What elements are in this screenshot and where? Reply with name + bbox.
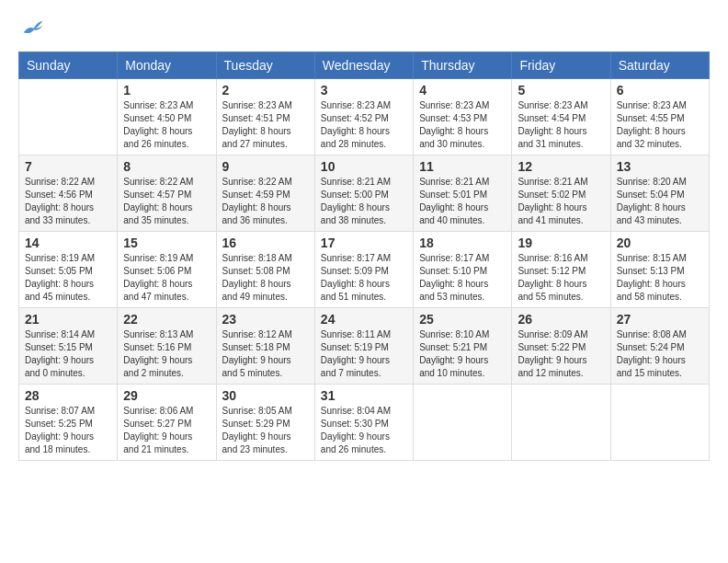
day-info: Sunrise: 8:11 AMSunset: 5:19 PMDaylight:… <box>321 328 407 380</box>
page-header <box>18 18 710 37</box>
day-info: Sunrise: 8:17 AMSunset: 5:09 PMDaylight:… <box>321 252 407 304</box>
calendar-cell <box>414 385 512 461</box>
day-number: 2 <box>222 83 309 98</box>
weekday-header-wednesday: Wednesday <box>314 52 413 79</box>
day-info: Sunrise: 8:23 AMSunset: 4:54 PMDaylight:… <box>518 99 604 151</box>
day-number: 20 <box>617 236 703 250</box>
weekday-header-thursday: Thursday <box>414 52 512 79</box>
day-info: Sunrise: 8:21 AMSunset: 5:02 PMDaylight:… <box>518 176 604 227</box>
calendar-cell: 25Sunrise: 8:10 AMSunset: 5:21 PMDayligh… <box>414 308 512 385</box>
calendar-week-row: 28Sunrise: 8:07 AMSunset: 5:25 PMDayligh… <box>19 385 710 461</box>
day-info: Sunrise: 8:22 AMSunset: 4:57 PMDaylight:… <box>123 176 210 227</box>
calendar-cell: 3Sunrise: 8:23 AMSunset: 4:52 PMDaylight… <box>314 79 413 155</box>
day-info: Sunrise: 8:19 AMSunset: 5:05 PMDaylight:… <box>25 252 111 304</box>
day-info: Sunrise: 8:22 AMSunset: 4:56 PMDaylight:… <box>25 176 111 227</box>
calendar-cell: 8Sunrise: 8:22 AMSunset: 4:57 PMDaylight… <box>118 155 216 232</box>
calendar-cell: 19Sunrise: 8:16 AMSunset: 5:12 PMDayligh… <box>512 232 610 308</box>
day-info: Sunrise: 8:19 AMSunset: 5:06 PMDaylight:… <box>123 252 210 304</box>
calendar-cell: 9Sunrise: 8:22 AMSunset: 4:59 PMDaylight… <box>216 155 314 232</box>
day-number: 24 <box>321 312 407 327</box>
day-info: Sunrise: 8:17 AMSunset: 5:10 PMDaylight:… <box>419 252 506 304</box>
day-info: Sunrise: 8:13 AMSunset: 5:16 PMDaylight:… <box>123 328 210 380</box>
day-number: 12 <box>518 159 604 174</box>
day-info: Sunrise: 8:22 AMSunset: 4:59 PMDaylight:… <box>222 176 309 227</box>
day-info: Sunrise: 8:15 AMSunset: 5:13 PMDaylight:… <box>617 252 703 304</box>
day-info: Sunrise: 8:04 AMSunset: 5:30 PMDaylight:… <box>321 405 407 456</box>
day-number: 18 <box>419 236 506 250</box>
day-info: Sunrise: 8:23 AMSunset: 4:52 PMDaylight:… <box>321 99 407 151</box>
calendar-week-row: 7Sunrise: 8:22 AMSunset: 4:56 PMDaylight… <box>19 155 710 232</box>
day-info: Sunrise: 8:23 AMSunset: 4:53 PMDaylight:… <box>419 99 506 151</box>
calendar-week-row: 21Sunrise: 8:14 AMSunset: 5:15 PMDayligh… <box>19 308 710 385</box>
day-info: Sunrise: 8:21 AMSunset: 5:01 PMDaylight:… <box>419 176 506 227</box>
day-number: 1 <box>123 83 210 98</box>
day-number: 29 <box>123 388 210 403</box>
logo <box>18 18 46 37</box>
day-info: Sunrise: 8:23 AMSunset: 4:55 PMDaylight:… <box>617 99 703 151</box>
day-info: Sunrise: 8:23 AMSunset: 4:51 PMDaylight:… <box>222 99 309 151</box>
day-number: 23 <box>222 312 309 327</box>
calendar-cell <box>512 385 610 461</box>
day-number: 17 <box>321 236 407 250</box>
calendar-cell: 22Sunrise: 8:13 AMSunset: 5:16 PMDayligh… <box>118 308 216 385</box>
day-info: Sunrise: 8:10 AMSunset: 5:21 PMDaylight:… <box>419 328 506 380</box>
calendar-cell <box>19 79 118 155</box>
day-number: 5 <box>518 83 604 98</box>
weekday-header-saturday: Saturday <box>610 52 709 79</box>
calendar-cell: 16Sunrise: 8:18 AMSunset: 5:08 PMDayligh… <box>216 232 314 308</box>
calendar-cell: 18Sunrise: 8:17 AMSunset: 5:10 PMDayligh… <box>414 232 512 308</box>
calendar-cell: 26Sunrise: 8:09 AMSunset: 5:22 PMDayligh… <box>512 308 610 385</box>
day-number: 10 <box>321 159 407 174</box>
day-number: 25 <box>419 312 506 327</box>
day-info: Sunrise: 8:20 AMSunset: 5:04 PMDaylight:… <box>617 176 703 227</box>
day-info: Sunrise: 8:05 AMSunset: 5:29 PMDaylight:… <box>222 405 309 456</box>
calendar-cell: 13Sunrise: 8:20 AMSunset: 5:04 PMDayligh… <box>610 155 709 232</box>
day-number: 9 <box>222 159 309 174</box>
logo-bird-icon <box>22 18 44 37</box>
calendar-cell: 28Sunrise: 8:07 AMSunset: 5:25 PMDayligh… <box>19 385 118 461</box>
day-info: Sunrise: 8:06 AMSunset: 5:27 PMDaylight:… <box>123 405 210 456</box>
calendar-week-row: 1Sunrise: 8:23 AMSunset: 4:50 PMDaylight… <box>19 79 710 155</box>
day-number: 28 <box>25 388 111 403</box>
day-info: Sunrise: 8:08 AMSunset: 5:24 PMDaylight:… <box>617 328 703 380</box>
day-number: 30 <box>222 388 309 403</box>
calendar-cell: 4Sunrise: 8:23 AMSunset: 4:53 PMDaylight… <box>414 79 512 155</box>
day-number: 26 <box>518 312 604 327</box>
calendar-table: SundayMondayTuesdayWednesdayThursdayFrid… <box>18 52 710 461</box>
day-info: Sunrise: 8:23 AMSunset: 4:50 PMDaylight:… <box>123 99 210 151</box>
day-info: Sunrise: 8:12 AMSunset: 5:18 PMDaylight:… <box>222 328 309 380</box>
calendar-cell: 6Sunrise: 8:23 AMSunset: 4:55 PMDaylight… <box>610 79 709 155</box>
day-number: 11 <box>419 159 506 174</box>
calendar-cell: 7Sunrise: 8:22 AMSunset: 4:56 PMDaylight… <box>19 155 118 232</box>
calendar-cell: 10Sunrise: 8:21 AMSunset: 5:00 PMDayligh… <box>314 155 413 232</box>
day-info: Sunrise: 8:14 AMSunset: 5:15 PMDaylight:… <box>25 328 111 380</box>
weekday-header-sunday: Sunday <box>19 52 118 79</box>
day-number: 13 <box>617 159 703 174</box>
calendar-cell: 24Sunrise: 8:11 AMSunset: 5:19 PMDayligh… <box>314 308 413 385</box>
day-number: 21 <box>25 312 111 327</box>
calendar-cell: 1Sunrise: 8:23 AMSunset: 4:50 PMDaylight… <box>118 79 216 155</box>
calendar-cell: 30Sunrise: 8:05 AMSunset: 5:29 PMDayligh… <box>216 385 314 461</box>
day-number: 27 <box>617 312 703 327</box>
day-number: 3 <box>321 83 407 98</box>
day-number: 6 <box>617 83 703 98</box>
calendar-cell: 29Sunrise: 8:06 AMSunset: 5:27 PMDayligh… <box>118 385 216 461</box>
day-info: Sunrise: 8:18 AMSunset: 5:08 PMDaylight:… <box>222 252 309 304</box>
calendar-cell: 5Sunrise: 8:23 AMSunset: 4:54 PMDaylight… <box>512 79 610 155</box>
calendar-week-row: 14Sunrise: 8:19 AMSunset: 5:05 PMDayligh… <box>19 232 710 308</box>
calendar-cell: 23Sunrise: 8:12 AMSunset: 5:18 PMDayligh… <box>216 308 314 385</box>
day-number: 14 <box>25 236 111 250</box>
calendar-cell: 12Sunrise: 8:21 AMSunset: 5:02 PMDayligh… <box>512 155 610 232</box>
calendar-cell: 2Sunrise: 8:23 AMSunset: 4:51 PMDaylight… <box>216 79 314 155</box>
day-info: Sunrise: 8:09 AMSunset: 5:22 PMDaylight:… <box>518 328 604 380</box>
calendar-cell: 21Sunrise: 8:14 AMSunset: 5:15 PMDayligh… <box>19 308 118 385</box>
day-number: 4 <box>419 83 506 98</box>
day-number: 16 <box>222 236 309 250</box>
calendar-cell <box>610 385 709 461</box>
calendar-cell: 20Sunrise: 8:15 AMSunset: 5:13 PMDayligh… <box>610 232 709 308</box>
weekday-header-friday: Friday <box>512 52 610 79</box>
weekday-header-tuesday: Tuesday <box>216 52 314 79</box>
day-info: Sunrise: 8:07 AMSunset: 5:25 PMDaylight:… <box>25 405 111 456</box>
calendar-cell: 11Sunrise: 8:21 AMSunset: 5:01 PMDayligh… <box>414 155 512 232</box>
calendar-cell: 15Sunrise: 8:19 AMSunset: 5:06 PMDayligh… <box>118 232 216 308</box>
